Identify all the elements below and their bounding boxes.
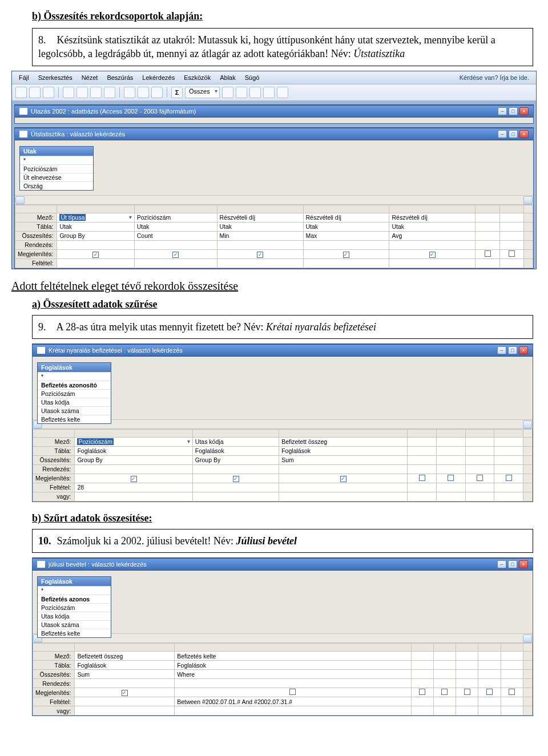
grid-total-cell[interactable]: Group By <box>57 231 134 240</box>
grid-field-cell[interactable]: Befizetés kelte <box>175 652 411 661</box>
table-field[interactable]: * <box>38 372 111 381</box>
grid-sort-cell[interactable] <box>499 240 523 249</box>
grid-show-cell[interactable] <box>465 474 494 483</box>
checkbox-icon[interactable] <box>509 250 515 257</box>
table-field[interactable]: Utasok száma <box>38 620 111 629</box>
grid-table-cell[interactable]: Utak <box>134 222 217 231</box>
grid-field-cell[interactable] <box>476 213 499 222</box>
grid-criteria-cell[interactable] <box>437 483 466 492</box>
grid-table-cell[interactable]: Foglalások <box>175 661 411 670</box>
grid-sort-cell[interactable] <box>478 679 501 688</box>
grid-sort-cell[interactable] <box>389 240 476 249</box>
grid-criteria-cell[interactable] <box>456 697 478 706</box>
maximize-button[interactable]: □ <box>508 560 517 568</box>
grid-or-cell[interactable] <box>456 706 478 715</box>
grid-total-cell[interactable]: Group By <box>192 455 279 464</box>
toolbar-dropdown[interactable]: Összes <box>185 87 220 98</box>
grid-criteria-cell[interactable] <box>433 697 456 706</box>
grid-total-cell[interactable]: Min <box>217 231 303 240</box>
grid-total-cell[interactable] <box>476 231 499 240</box>
grid-or-cell[interactable] <box>437 492 466 501</box>
grid-show-cell[interactable] <box>57 249 134 258</box>
grid-field-cell[interactable]: Részvételi díj <box>303 213 389 222</box>
grid-table-cell[interactable] <box>501 661 523 670</box>
minimize-button[interactable]: – <box>497 560 506 568</box>
checkbox-icon[interactable] <box>419 475 425 481</box>
toolbar-icon[interactable] <box>236 87 247 98</box>
grid-show-cell[interactable] <box>134 249 217 258</box>
grid-sort-cell[interactable] <box>192 464 279 474</box>
grid-criteria-cell[interactable] <box>465 483 494 492</box>
grid-criteria-cell[interactable] <box>134 258 217 268</box>
grid-sort-cell[interactable] <box>411 679 433 688</box>
grid-or-cell[interactable] <box>75 492 192 501</box>
grid-criteria-cell[interactable] <box>478 697 501 706</box>
grid-criteria-cell[interactable] <box>303 258 389 268</box>
menubar[interactable]: Fájl Szerkesztés Nézet Beszúrás Lekérdez… <box>12 71 536 84</box>
table-field[interactable]: Befizetés kelte <box>38 415 111 423</box>
grid-table-cell[interactable]: Foglalások <box>192 446 279 455</box>
grid-total-cell[interactable] <box>433 670 456 679</box>
checkbox-icon[interactable] <box>122 690 128 696</box>
query-upper-pane[interactable]: Foglalások * Befizetés azonosító Pozíció… <box>33 357 533 419</box>
grid-show-cell[interactable] <box>175 688 411 697</box>
checkbox-icon[interactable] <box>172 252 179 258</box>
toolbar-icon[interactable] <box>43 87 54 98</box>
grid-criteria-cell[interactable] <box>192 483 279 492</box>
toolbar-icon[interactable] <box>138 87 149 98</box>
grid-field-cell[interactable] <box>501 652 523 661</box>
source-table-utak[interactable]: Utak * Pozíciószám Út elnevezése Ország <box>19 146 94 191</box>
table-field[interactable]: Pozíciószám <box>38 603 111 612</box>
grid-criteria-cell[interactable] <box>411 697 433 706</box>
toolbar-icon[interactable] <box>76 87 88 98</box>
grid-show-cell[interactable] <box>499 249 523 258</box>
grid-sort-cell[interactable] <box>408 464 437 474</box>
grid-show-cell[interactable] <box>279 474 408 483</box>
maximize-button[interactable]: □ <box>509 107 518 115</box>
maximize-button[interactable]: □ <box>508 346 517 354</box>
maximize-button[interactable]: □ <box>509 130 518 138</box>
grid-field-cell[interactable] <box>478 652 501 661</box>
grid-or-cell[interactable] <box>478 706 501 715</box>
table-field[interactable]: Út elnevezése <box>20 173 93 181</box>
checkbox-icon[interactable] <box>429 252 436 258</box>
menu-eszkozok[interactable]: Eszközök <box>180 73 214 82</box>
grid-total-cell[interactable]: Max <box>303 231 389 240</box>
grid-total-cell[interactable] <box>478 670 501 679</box>
menu-szerkesztes[interactable]: Szerkesztés <box>35 73 76 82</box>
grid-table-cell[interactable] <box>476 222 499 231</box>
grid-sort-cell[interactable] <box>57 240 134 249</box>
grid-sort-cell[interactable] <box>476 240 499 249</box>
query-window-title[interactable]: júliusi bevétel : választó lekérdezés – … <box>33 558 533 571</box>
grid-criteria-cell[interactable]: Between #2002.07.01.# And #2002.07.31.# <box>175 697 411 706</box>
grid-field-cell[interactable]: Utas kódja <box>192 437 279 446</box>
grid-or-cell[interactable] <box>175 706 411 715</box>
grid-total-cell[interactable] <box>411 670 433 679</box>
grid-or-cell[interactable] <box>408 492 437 501</box>
menu-nezet[interactable]: Nézet <box>78 73 102 82</box>
grid-sort-cell[interactable] <box>465 464 494 474</box>
menu-beszuras[interactable]: Beszúrás <box>103 73 136 82</box>
grid-criteria-cell[interactable] <box>494 483 523 492</box>
grid-show-cell[interactable] <box>456 688 478 697</box>
toolbar-icon[interactable] <box>104 87 115 98</box>
menu-fajl[interactable]: Fájl <box>15 73 33 82</box>
grid-total-cell[interactable] <box>494 455 523 464</box>
scroll-right-button[interactable] <box>523 421 532 428</box>
table-field[interactable]: * <box>20 156 93 164</box>
checkbox-icon[interactable] <box>257 252 263 258</box>
grid-sort-cell[interactable] <box>501 679 523 688</box>
minimize-button[interactable]: – <box>498 130 507 138</box>
grid-table-cell[interactable] <box>411 661 433 670</box>
grid-criteria-cell[interactable] <box>75 697 175 706</box>
grid-field-cell[interactable]: Pozíciószám <box>75 437 192 446</box>
grid-total-cell[interactable]: Sum <box>75 670 175 679</box>
table-field[interactable]: Pozíciószám <box>20 164 93 173</box>
source-table-foglalasok[interactable]: Foglalások * Befizetés azonosító Pozíció… <box>37 362 111 424</box>
grid-sort-cell[interactable] <box>75 464 192 474</box>
grid-total-cell[interactable] <box>456 670 478 679</box>
close-button[interactable]: × <box>519 346 528 354</box>
grid-criteria-cell[interactable] <box>499 258 523 268</box>
checkbox-icon[interactable] <box>343 252 349 258</box>
grid-table-cell[interactable] <box>499 222 523 231</box>
